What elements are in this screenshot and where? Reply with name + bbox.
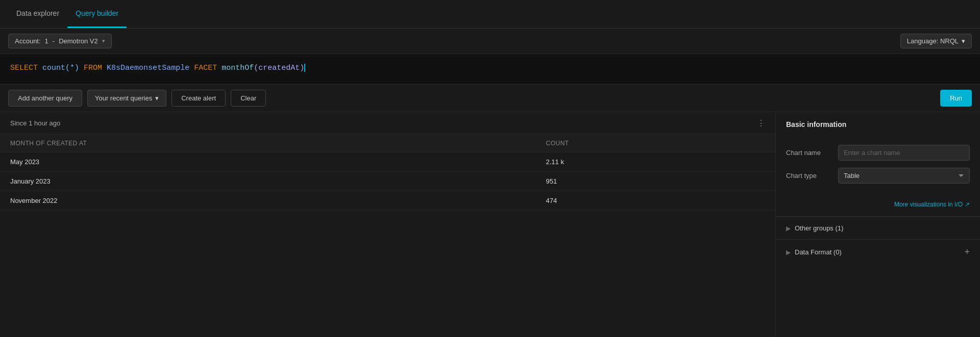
account-id: 1 <box>45 37 48 45</box>
table-cell-month: November 2022 <box>0 191 536 211</box>
account-chevron-icon: ▾ <box>102 38 105 44</box>
more-visualizations-label: More visualizations in I/O <box>894 201 963 208</box>
query-table-name: K8sDaemonsetSample <box>107 64 189 72</box>
toolbar: Add another query Your recent queries ▾ … <box>0 85 980 112</box>
language-chevron-icon: ▾ <box>962 37 965 45</box>
add-data-format-icon[interactable]: + <box>964 247 970 257</box>
external-link-icon: ↗ <box>965 201 970 208</box>
table-header: Month Of Created At Count <box>0 135 775 152</box>
top-nav: Data explorer Query builder <box>0 0 980 29</box>
run-button[interactable]: Run <box>940 90 972 107</box>
chart-type-label: Chart type <box>786 172 832 179</box>
clear-label: Clear <box>240 94 256 102</box>
nav-data-explorer[interactable]: Data explorer <box>8 0 67 28</box>
table-col-count: Count <box>536 135 776 152</box>
table-row: January 2023951 <box>0 172 775 191</box>
table-cell-month: January 2023 <box>0 172 536 191</box>
add-query-label: Add another query <box>18 94 72 102</box>
other-groups-title: ▶ Other groups (1) <box>786 224 843 232</box>
query-editor[interactable]: SELECT count(*) FROM K8sDaemonsetSample … <box>0 54 980 85</box>
table-cell-count: 2.11 k <box>536 152 776 172</box>
table-row: May 20232.11 k <box>0 152 775 172</box>
account-bar: Account: 1 - Demotron V2 ▾ Language: NRQ… <box>0 29 980 54</box>
query-monthof-keyword: monthOf <box>222 64 254 72</box>
basic-info-form: Chart name Chart type Table <box>776 137 980 199</box>
results-menu-icon[interactable]: ⋮ <box>757 118 765 128</box>
create-alert-button[interactable]: Create alert <box>172 90 226 107</box>
results-title: Since 1 hour ago <box>10 119 60 127</box>
nav-query-builder-label: Query builder <box>76 9 118 17</box>
recent-queries-button[interactable]: Your recent queries ▾ <box>87 90 166 107</box>
query-from-keyword: FROM <box>84 64 102 72</box>
other-groups-row[interactable]: ▶ Other groups (1) <box>776 217 980 239</box>
query-count-keyword: count <box>42 64 65 72</box>
query-facet-keyword: FACET <box>194 64 217 72</box>
data-format-label: Data Format (0) <box>795 248 842 256</box>
table-cell-month: May 2023 <box>0 152 536 172</box>
language-label: Language: NRQL <box>907 37 959 45</box>
chart-type-select[interactable]: Table <box>838 168 970 184</box>
account-selector[interactable]: Account: 1 - Demotron V2 ▾ <box>8 34 112 48</box>
account-name: Demotron V2 <box>59 37 98 45</box>
chart-name-label: Chart name <box>786 149 832 157</box>
right-panel: Basic information Chart name Chart type … <box>776 112 980 337</box>
table-row: November 2022474 <box>0 191 775 211</box>
recent-queries-chevron-icon: ▾ <box>155 94 159 102</box>
table-cell-count: 951 <box>536 172 776 191</box>
add-query-button[interactable]: Add another query <box>8 90 82 107</box>
query-count-args: (*) <box>65 64 79 72</box>
table-body: May 20232.11 kJanuary 2023951November 20… <box>0 152 775 211</box>
table-header-row: Month Of Created At Count <box>0 135 775 152</box>
run-label: Run <box>950 94 962 102</box>
clear-button[interactable]: Clear <box>231 90 266 107</box>
more-visualizations-link[interactable]: More visualizations in I/O ↗ <box>776 199 980 216</box>
table-cell-count: 474 <box>536 191 776 211</box>
results-header: Since 1 hour ago ⋮ <box>0 112 775 135</box>
data-format-row[interactable]: ▶ Data Format (0) + <box>776 239 980 265</box>
cursor <box>304 64 305 72</box>
basic-info-title: Basic information <box>776 112 980 137</box>
nav-query-builder[interactable]: Query builder <box>67 0 127 28</box>
other-groups-label: Other groups (1) <box>795 224 843 232</box>
create-alert-label: Create alert <box>181 94 216 102</box>
data-format-chevron-icon: ▶ <box>786 249 791 256</box>
language-selector[interactable]: Language: NRQL ▾ <box>900 34 972 48</box>
recent-queries-label: Your recent queries <box>95 94 152 102</box>
results-panel: Since 1 hour ago ⋮ Month Of Created At C… <box>0 112 776 337</box>
other-groups-chevron-icon: ▶ <box>786 225 791 232</box>
query-select-keyword: SELECT <box>10 64 38 72</box>
chart-name-row: Chart name <box>786 145 970 161</box>
main-content: Since 1 hour ago ⋮ Month Of Created At C… <box>0 112 980 337</box>
account-separator: - <box>53 37 55 45</box>
data-format-title: ▶ Data Format (0) <box>786 248 842 256</box>
chart-type-row: Chart type Table <box>786 168 970 184</box>
data-table: Month Of Created At Count May 20232.11 k… <box>0 135 775 211</box>
chart-name-input[interactable] <box>838 145 970 161</box>
query-monthof-args: (createdAt) <box>254 64 304 72</box>
account-label: Account: <box>15 37 41 45</box>
table-col-month: Month Of Created At <box>0 135 536 152</box>
basic-info-section: Basic information Chart name Chart type … <box>776 112 980 217</box>
nav-data-explorer-label: Data explorer <box>16 9 59 17</box>
